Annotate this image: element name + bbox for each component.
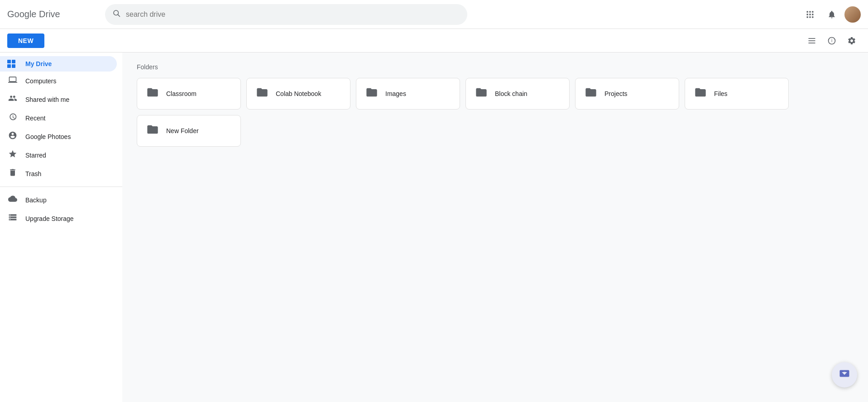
sidebar-item-upgrade-storage[interactable]: Upgrade Storage: [0, 209, 117, 228]
info-button[interactable]: i: [823, 32, 841, 50]
folder-name-colab-notebook: Colab Notebook: [276, 90, 321, 97]
trash-icon: [7, 168, 18, 179]
header-actions: [801, 5, 861, 24]
clock-icon: [7, 112, 18, 124]
sidebar-label-starred: Starred: [25, 152, 46, 159]
svg-rect-3: [809, 11, 810, 12]
fab-button[interactable]: [832, 362, 857, 388]
cloud-icon: [7, 194, 18, 206]
folder-icon-projects: [585, 86, 597, 101]
content-area: Folders Classroom Colab Notebook: [122, 53, 868, 402]
search-input[interactable]: [126, 10, 460, 19]
sidebar-label-shared-with-me: Shared with me: [25, 96, 69, 103]
svg-text:i: i: [831, 38, 832, 43]
svg-rect-8: [807, 16, 808, 18]
svg-rect-4: [812, 11, 813, 12]
star-icon: [7, 149, 18, 161]
section-title: Folders: [137, 63, 854, 71]
sidebar-label-trash: Trash: [25, 170, 41, 177]
svg-rect-10: [812, 16, 813, 18]
folder-icon-colab-notebook: [256, 86, 269, 101]
folder-name-new-folder: New Folder: [166, 127, 199, 134]
folder-card-block-chain[interactable]: Block chain: [465, 78, 570, 110]
svg-rect-2: [807, 11, 808, 12]
sidebar-label-google-photos: Google Photoes: [25, 133, 71, 140]
sidebar-item-my-drive[interactable]: My Drive: [0, 56, 117, 72]
sidebar-item-backup[interactable]: Backup: [0, 191, 117, 209]
settings-button[interactable]: [843, 32, 861, 50]
sidebar-label-backup: Backup: [25, 196, 47, 204]
folders-grid: Classroom Colab Notebook Images: [137, 78, 854, 147]
folder-icon-images: [365, 86, 378, 101]
computer-icon: [7, 75, 18, 86]
sidebar-label-computers: Computers: [25, 77, 56, 85]
svg-line-1: [118, 14, 120, 16]
sidebar-divider: [0, 187, 122, 187]
folder-card-images[interactable]: Images: [356, 78, 460, 110]
new-button[interactable]: NEW: [7, 34, 44, 48]
apps-icon-button[interactable]: [801, 5, 819, 24]
photos-icon: [7, 131, 18, 142]
svg-rect-5: [807, 14, 808, 15]
list-view-button[interactable]: [803, 32, 821, 50]
app-logo: Google Drive: [7, 9, 98, 19]
folder-icon-classroom: [146, 86, 159, 101]
sidebar-item-recent[interactable]: Recent: [0, 109, 117, 127]
folder-card-new-folder[interactable]: New Folder: [137, 115, 241, 147]
folder-name-block-chain: Block chain: [495, 90, 528, 97]
fab-icon: [838, 367, 851, 383]
sidebar-label-recent: Recent: [25, 115, 45, 122]
svg-rect-13: [809, 43, 815, 43]
folder-card-classroom[interactable]: Classroom: [137, 78, 241, 110]
folder-card-projects[interactable]: Projects: [575, 78, 679, 110]
svg-rect-6: [809, 14, 810, 15]
sidebar-item-trash[interactable]: Trash: [0, 164, 117, 183]
sidebar-item-computers[interactable]: Computers: [0, 72, 117, 90]
search-bar: [105, 4, 467, 25]
drive-icon: [7, 60, 18, 68]
header: Google Drive: [0, 0, 868, 29]
svg-rect-12: [809, 40, 815, 41]
sidebar-label-upgrade-storage: Upgrade Storage: [25, 215, 74, 222]
folder-card-colab-notebook[interactable]: Colab Notebook: [246, 78, 350, 110]
svg-rect-9: [809, 16, 810, 18]
sidebar-item-starred[interactable]: Starred: [0, 146, 117, 164]
toolbar: NEW i: [0, 29, 868, 53]
sidebar-item-shared-with-me[interactable]: Shared with me: [0, 90, 117, 109]
folder-icon-files: [694, 86, 707, 101]
sidebar: My Drive Computers Shared with me: [0, 53, 122, 402]
notifications-icon-button[interactable]: [823, 5, 841, 24]
sidebar-label-my-drive: My Drive: [25, 60, 52, 67]
folder-name-images: Images: [385, 90, 406, 97]
search-icon: [112, 9, 120, 19]
toolbar-right: i: [803, 32, 861, 50]
folder-icon-new-folder: [146, 123, 159, 139]
folder-name-projects: Projects: [604, 90, 628, 97]
people-icon: [7, 94, 18, 105]
folder-name-files: Files: [714, 90, 728, 97]
folder-icon-block-chain: [475, 86, 488, 101]
avatar[interactable]: [844, 6, 861, 23]
folder-name-classroom: Classroom: [166, 90, 197, 97]
svg-rect-7: [812, 14, 813, 15]
main-layout: My Drive Computers Shared with me: [0, 53, 868, 402]
svg-rect-11: [809, 38, 815, 39]
sidebar-item-google-photos[interactable]: Google Photoes: [0, 127, 117, 146]
folder-card-files[interactable]: Files: [685, 78, 789, 110]
storage-icon: [7, 213, 18, 224]
